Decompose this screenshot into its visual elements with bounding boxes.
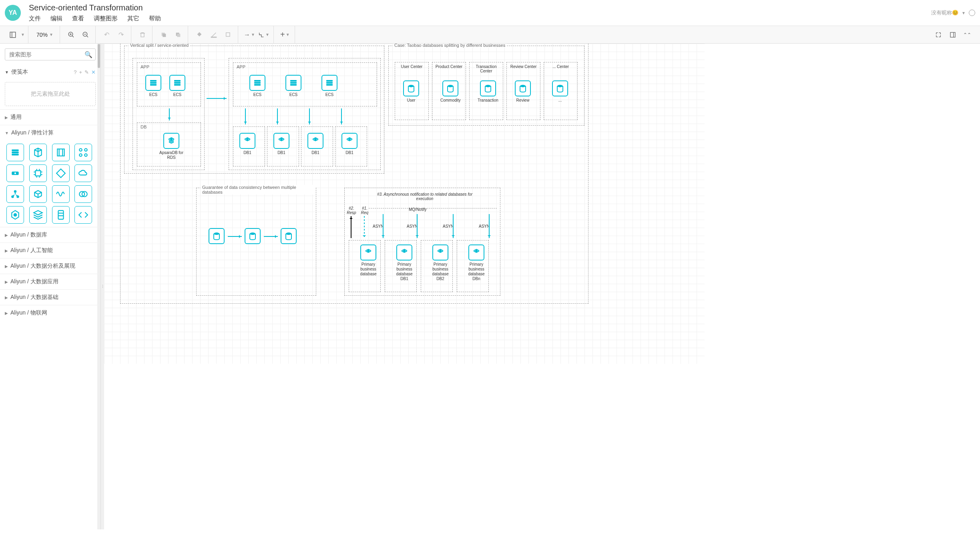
user-info[interactable]: 没有昵称😊 ▼ [931, 9, 975, 16]
add-icon[interactable]: + [79, 69, 82, 75]
section-taobao-case[interactable]: Case: Taobao databases splitting by diff… [388, 46, 584, 126]
section-async[interactable]: #3. Asynchronous notification to related… [344, 188, 500, 296]
svg-point-60 [520, 85, 526, 87]
shape-cube[interactable] [29, 144, 47, 161]
svg-rect-42 [174, 84, 181, 86]
scratchpad-dropzone[interactable]: 把元素拖至此处 [5, 82, 96, 106]
svg-rect-34 [58, 210, 63, 219]
svg-point-64 [286, 232, 291, 235]
category-aliyun-compute[interactable]: ▼Aliyun / 弹性计算 [0, 125, 100, 140]
svg-rect-49 [290, 84, 297, 86]
chevron-down-icon[interactable]: ▼ [21, 32, 25, 37]
canvas[interactable]: Vertical split / service-oriented APP EC… [104, 44, 980, 529]
category-aliyun-iot[interactable]: ▶Aliyun / 物联网 [0, 305, 100, 321]
shape-ecs[interactable] [6, 144, 24, 161]
search-shapes-input[interactable] [5, 48, 96, 60]
svg-rect-18 [12, 152, 18, 153]
menu-edit[interactable]: 编辑 [50, 15, 62, 22]
svg-rect-40 [174, 80, 181, 82]
sidebar-toggle-button[interactable] [6, 28, 19, 41]
shapes-sidebar: 🔍 ▼便笺本 ? + ✎ ✕ 把元素拖至此处 ▶通用 ▼Aliyun / 弹性计… [0, 44, 101, 529]
menubar: 文件 编辑 查看 调整图形 其它 帮助 [29, 15, 931, 22]
category-general[interactable]: ▶通用 [0, 109, 100, 125]
to-front-button[interactable] [157, 28, 170, 41]
close-icon[interactable]: ✕ [91, 69, 96, 75]
shadow-button[interactable] [222, 28, 235, 41]
search-icon[interactable]: 🔍 [84, 51, 92, 58]
svg-point-57 [408, 85, 414, 87]
edit-icon[interactable]: ✎ [84, 69, 89, 75]
document-title[interactable]: Service-oriented Transformation [29, 3, 931, 12]
section-consistency[interactable]: Guarantee of data consistency between mu… [196, 188, 316, 296]
svg-point-24 [85, 154, 88, 156]
sidebar-scrollbar[interactable] [97, 44, 100, 529]
category-aliyun-bigdata-app[interactable]: ▶Aliyun / 大数据应用 [0, 274, 100, 289]
shape-venn[interactable] [74, 185, 92, 203]
shape-code[interactable] [74, 206, 92, 224]
format-panel-button[interactable] [946, 28, 959, 41]
shape-wave[interactable] [52, 185, 70, 203]
svg-point-30 [14, 190, 17, 193]
sidebar-splitter[interactable]: ⋮ [101, 44, 104, 529]
zoom-select[interactable]: 70%▼ [33, 32, 56, 38]
collapse-button[interactable]: ⌃⌃ [961, 28, 974, 41]
svg-line-3 [72, 36, 74, 37]
svg-rect-47 [290, 80, 297, 82]
svg-point-23 [80, 154, 82, 156]
menu-view[interactable]: 查看 [72, 15, 84, 22]
user-avatar[interactable]: YA [5, 5, 21, 21]
waypoint-button[interactable]: ▼ [257, 28, 270, 41]
svg-point-66 [403, 250, 406, 252]
svg-point-67 [439, 250, 442, 252]
shape-cloud[interactable] [74, 164, 92, 182]
help-icon[interactable]: ? [74, 69, 76, 75]
section-vertical-split[interactable]: Vertical split / service-oriented APP EC… [124, 46, 384, 174]
svg-point-63 [250, 232, 255, 235]
fill-color-button[interactable] [193, 28, 206, 41]
fullscreen-button[interactable] [932, 28, 945, 41]
svg-point-22 [85, 148, 88, 151]
svg-rect-39 [150, 84, 157, 86]
menu-arrange[interactable]: 调整图形 [94, 15, 118, 22]
menu-help[interactable]: 帮助 [149, 15, 161, 22]
redo-button[interactable]: ↷ [115, 28, 128, 41]
category-aliyun-db[interactable]: ▶Aliyun / 数据库 [0, 227, 100, 242]
svg-point-58 [448, 85, 453, 87]
shape-box3d[interactable] [29, 185, 47, 203]
shape-hex[interactable] [6, 206, 24, 224]
svg-rect-48 [290, 82, 297, 84]
svg-point-26 [14, 172, 16, 174]
globe-icon[interactable] [969, 10, 975, 16]
svg-point-65 [367, 250, 370, 252]
svg-point-53 [246, 138, 249, 140]
scratchpad-header[interactable]: ▼便笺本 ? + ✎ ✕ [0, 65, 100, 79]
undo-button[interactable]: ↶ [100, 28, 113, 41]
svg-rect-51 [326, 82, 333, 84]
connection-button[interactable]: →▼ [243, 28, 256, 41]
menu-file[interactable]: 文件 [29, 15, 41, 22]
to-back-button[interactable] [172, 28, 185, 41]
zoom-in-button[interactable] [65, 28, 78, 41]
category-aliyun-bigdata-viz[interactable]: ▶Aliyun / 大数据分析及展现 [0, 258, 100, 274]
insert-button[interactable]: +▼ [279, 28, 291, 41]
menu-extras[interactable]: 其它 [127, 15, 139, 22]
category-aliyun-bigdata-base[interactable]: ▶Aliyun / 大数据基础 [0, 289, 100, 305]
shape-stack[interactable] [29, 206, 47, 224]
shape-gpu[interactable] [52, 144, 70, 161]
svg-rect-37 [150, 80, 157, 82]
shape-diamond[interactable] [52, 164, 70, 182]
delete-button[interactable] [136, 28, 149, 41]
svg-rect-17 [12, 149, 18, 151]
shape-chip[interactable] [29, 164, 47, 182]
shape-nodes[interactable] [6, 185, 24, 203]
svg-rect-45 [254, 82, 261, 84]
shape-disk[interactable] [6, 164, 24, 182]
svg-rect-41 [174, 82, 181, 84]
shape-server[interactable] [52, 206, 70, 224]
zoom-out-button[interactable] [79, 28, 92, 41]
line-color-button[interactable] [207, 28, 220, 41]
svg-rect-46 [254, 84, 261, 86]
category-aliyun-ai[interactable]: ▶Aliyun / 人工智能 [0, 242, 100, 258]
svg-line-7 [86, 36, 88, 37]
shape-cluster[interactable] [74, 144, 92, 161]
